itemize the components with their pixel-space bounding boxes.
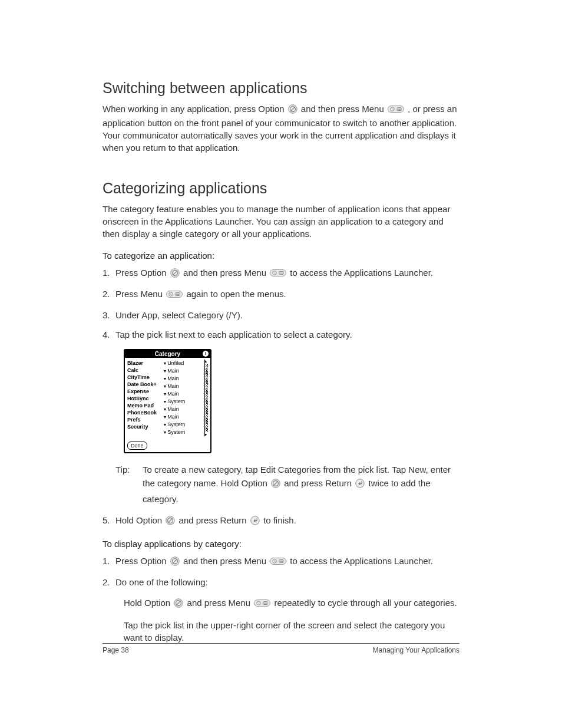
text-fragment: to finish. <box>263 515 296 525</box>
category-picklist-column: Unfiled Main Main Main Main System Main … <box>164 360 203 436</box>
page: Switching between applications When work… <box>0 0 562 728</box>
menu-icon <box>270 268 286 281</box>
footer-section-title: Managing Your Applications <box>373 646 459 654</box>
option-icon <box>174 598 183 611</box>
text-fragment: Press Menu <box>115 289 165 299</box>
text-fragment: and then press Menu <box>183 268 269 278</box>
step-3: Under App, select Category (/Y). <box>103 309 459 321</box>
category-title: Category <box>155 351 180 357</box>
subheading-display: To display applications by category: <box>103 539 459 549</box>
menu-icon <box>254 598 270 611</box>
sub-option-1: Hold Option and press Menu repeatedly to… <box>124 597 459 611</box>
category-window: Category i Blazer Calc CityTime Date Boo… <box>124 349 211 453</box>
step-5: Hold Option and press Return to finish. <box>103 514 459 528</box>
scrollbar[interactable] <box>204 360 209 436</box>
category-picklist[interactable]: System <box>164 398 203 406</box>
option-icon <box>170 556 180 569</box>
text-fragment: and press Return <box>179 515 249 525</box>
app-name: Prefs <box>127 416 164 423</box>
steps-categorize: Press Option and then press Menu to acce… <box>103 266 459 341</box>
tip-label: Tip: <box>115 463 143 506</box>
text-fragment: Press Option <box>115 268 169 278</box>
category-picklist[interactable]: System <box>164 429 203 436</box>
app-name: Memo Pad <box>127 402 164 409</box>
step-4: Tap the pick list next to each applicati… <box>103 328 459 341</box>
step-2: Do one of the following: <box>103 576 459 588</box>
text-fragment: and press Return <box>284 478 354 488</box>
category-picklist[interactable]: Main <box>164 406 203 413</box>
step-2: Press Menu again to open the menus. <box>103 288 459 302</box>
text-fragment: to access the Applications Launcher. <box>290 556 433 566</box>
info-icon: i <box>203 351 209 357</box>
text-fragment: and press Menu <box>187 598 253 608</box>
category-picklist[interactable]: System <box>164 421 203 429</box>
text-fragment: Hold Option <box>115 515 164 525</box>
app-name: Expense <box>127 388 164 395</box>
text-fragment: to access the Applications Launcher. <box>290 268 433 278</box>
app-name: Calc <box>127 367 164 374</box>
body-categorizing: The category feature enables you to mana… <box>103 203 459 240</box>
option-icon <box>170 268 180 281</box>
heading-switching: Switching between applications <box>103 80 459 97</box>
return-icon <box>250 516 260 528</box>
step-1: Press Option and then press Menu to acce… <box>103 555 459 569</box>
option-icon <box>288 104 297 117</box>
step-1: Press Option and then press Menu to acce… <box>103 266 459 281</box>
menu-icon <box>388 104 404 117</box>
text-fragment: again to open the menus. <box>186 289 286 299</box>
category-picklist[interactable]: Main <box>164 390 203 398</box>
page-footer: Page 38 Managing Your Applications <box>103 643 459 654</box>
app-name: PhoneBook <box>127 409 164 416</box>
footer-page-number: Page 38 <box>103 646 129 654</box>
app-name: Blazer <box>127 360 164 367</box>
app-name: Security <box>127 423 164 430</box>
sub-option-2: Tap the pick list in the upper-right cor… <box>124 619 459 644</box>
category-picklist[interactable]: Main <box>164 375 203 383</box>
tip: Tip: To create a new category, tap Edit … <box>115 463 459 506</box>
tip-body: To create a new category, tap Edit Categ… <box>143 463 459 506</box>
app-name: CityTime <box>127 374 164 381</box>
steps-display: Press Option and then press Menu to acce… <box>103 555 459 588</box>
text-fragment: and then press Menu <box>183 556 269 566</box>
body-switching: When working in any application, press O… <box>103 103 459 154</box>
option-icon <box>166 516 175 528</box>
category-app-list: Blazer Calc CityTime Date Book+ Expense … <box>127 360 164 436</box>
app-name: HotSync <box>127 395 164 402</box>
subheading-categorize: To categorize an application: <box>103 251 459 261</box>
done-button[interactable]: Done <box>127 442 147 450</box>
category-picklist[interactable]: Main <box>164 383 203 390</box>
text-fragment: repeatedly to cycle through all your cat… <box>274 598 457 608</box>
text-fragment: Hold Option <box>124 598 173 608</box>
category-picklist[interactable]: Main <box>164 367 203 375</box>
category-titlebar: Category i <box>125 350 210 358</box>
option-icon <box>271 478 280 492</box>
category-picklist[interactable]: Unfiled <box>164 360 203 367</box>
app-name: Date Book+ <box>127 381 164 388</box>
category-picklist[interactable]: Main <box>164 413 203 421</box>
return-icon <box>355 478 365 492</box>
text-fragment: and then press Menu <box>301 104 386 114</box>
category-screenshot: Category i Blazer Calc CityTime Date Boo… <box>124 349 459 453</box>
menu-icon <box>166 289 183 302</box>
text-fragment: When working in any application, press O… <box>103 104 287 114</box>
text-fragment: Press Option <box>115 556 169 566</box>
menu-icon <box>270 556 286 569</box>
steps-categorize-cont: Hold Option and press Return to finish. <box>103 514 459 528</box>
heading-categorizing: Categorizing applications <box>103 180 459 197</box>
